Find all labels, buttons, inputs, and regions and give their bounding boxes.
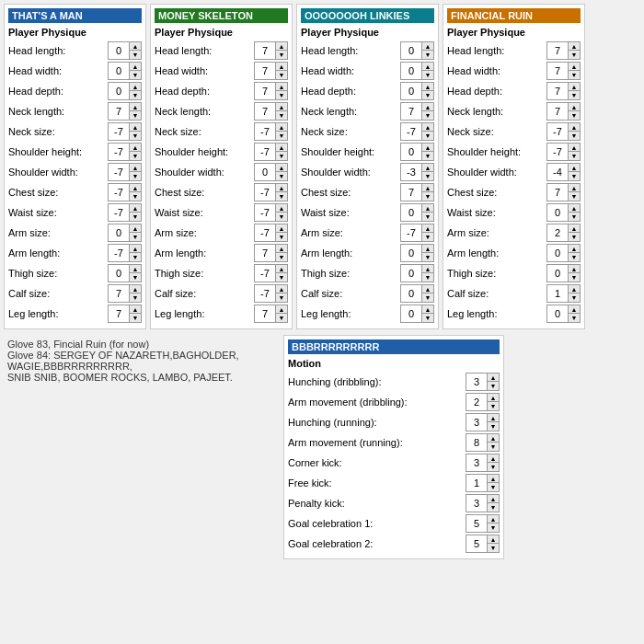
spinner-value[interactable] xyxy=(547,268,568,279)
spinner-down[interactable]: ▼ xyxy=(422,233,433,241)
spinner-down[interactable]: ▼ xyxy=(276,172,287,180)
spinner-down[interactable]: ▼ xyxy=(276,233,287,241)
spinner[interactable]: ▲▼ xyxy=(254,284,288,303)
spinner-up[interactable]: ▲ xyxy=(276,164,287,172)
spinner-value[interactable] xyxy=(255,65,275,76)
spinner-value[interactable] xyxy=(401,65,421,76)
spinner-value[interactable] xyxy=(109,308,129,319)
spinner-value[interactable] xyxy=(547,146,568,157)
spinner-down[interactable]: ▼ xyxy=(569,51,580,59)
spinner-down[interactable]: ▼ xyxy=(276,132,287,140)
spinner-up[interactable]: ▲ xyxy=(569,265,580,273)
spinner-value[interactable] xyxy=(109,187,129,198)
spinner[interactable]: ▲▼ xyxy=(400,305,434,323)
spinner[interactable]: ▲▼ xyxy=(254,122,288,141)
spinner-up[interactable]: ▲ xyxy=(276,83,287,91)
spinner-value[interactable] xyxy=(547,86,568,97)
spinner-up[interactable]: ▲ xyxy=(130,245,141,253)
spinner-down[interactable]: ▼ xyxy=(569,71,580,79)
spinner[interactable]: ▲▼ xyxy=(108,41,142,60)
spinner-value[interactable] xyxy=(109,106,129,117)
spinner[interactable]: ▲▼ xyxy=(400,244,434,262)
spinner[interactable]: ▲▼ xyxy=(400,163,434,181)
spinner-down[interactable]: ▼ xyxy=(130,192,141,201)
spinner-down[interactable]: ▼ xyxy=(569,213,580,221)
spinner[interactable]: ▲▼ xyxy=(254,224,288,242)
spinner-value[interactable] xyxy=(255,167,275,178)
spinner-up[interactable]: ▲ xyxy=(422,103,433,111)
spinner-down[interactable]: ▼ xyxy=(130,293,141,302)
spinner[interactable]: ▲▼ xyxy=(108,163,142,181)
spinner-down[interactable]: ▼ xyxy=(276,314,287,322)
spinner-value[interactable] xyxy=(547,207,568,218)
spinner-value[interactable] xyxy=(109,126,129,137)
spinner-up[interactable]: ▲ xyxy=(276,123,287,132)
spinner[interactable]: ▲▼ xyxy=(466,454,500,472)
spinner[interactable]: ▲▼ xyxy=(400,41,434,60)
spinner[interactable]: ▲▼ xyxy=(400,102,434,121)
spinner-up[interactable]: ▲ xyxy=(569,224,580,233)
spinner-down[interactable]: ▼ xyxy=(569,91,580,99)
spinner-up[interactable]: ▲ xyxy=(276,305,287,314)
spinner-value[interactable] xyxy=(401,86,421,97)
spinner[interactable]: ▲▼ xyxy=(254,62,288,80)
spinner[interactable]: ▲▼ xyxy=(108,143,142,161)
spinner[interactable]: ▲▼ xyxy=(466,535,500,553)
spinner-value[interactable] xyxy=(401,167,421,178)
spinner-value[interactable] xyxy=(401,146,421,157)
spinner-value[interactable] xyxy=(401,207,421,218)
spinner[interactable]: ▲▼ xyxy=(546,41,581,60)
spinner[interactable]: ▲▼ xyxy=(400,82,434,100)
spinner-up[interactable]: ▲ xyxy=(130,63,141,71)
spinner-up[interactable]: ▲ xyxy=(569,305,580,314)
spinner[interactable]: ▲▼ xyxy=(546,183,581,201)
spinner[interactable]: ▲▼ xyxy=(254,244,288,262)
spinner[interactable]: ▲▼ xyxy=(546,203,581,222)
spinner-up[interactable]: ▲ xyxy=(569,42,580,51)
spinner-value[interactable] xyxy=(109,167,129,178)
spinner-value[interactable] xyxy=(109,268,129,279)
spinner-down[interactable]: ▼ xyxy=(569,152,580,160)
spinner-down[interactable]: ▼ xyxy=(488,523,499,532)
spinner[interactable]: ▲▼ xyxy=(254,264,288,282)
spinner-up[interactable]: ▲ xyxy=(130,83,141,91)
spinner-down[interactable]: ▼ xyxy=(422,273,433,282)
spinner-down[interactable]: ▼ xyxy=(488,503,499,512)
spinner-up[interactable]: ▲ xyxy=(276,184,287,192)
spinner-up[interactable]: ▲ xyxy=(130,265,141,273)
spinner-down[interactable]: ▼ xyxy=(422,111,433,120)
spinner-down[interactable]: ▼ xyxy=(130,233,141,241)
spinner[interactable]: ▲▼ xyxy=(400,224,434,242)
spinner-value[interactable] xyxy=(255,247,275,259)
spinner-value[interactable] xyxy=(255,268,275,279)
spinner-up[interactable]: ▲ xyxy=(422,245,433,253)
spinner[interactable]: ▲▼ xyxy=(546,244,581,262)
spinner-value[interactable] xyxy=(401,227,421,238)
spinner-value[interactable] xyxy=(401,268,421,279)
spinner-down[interactable]: ▼ xyxy=(130,172,141,180)
spinner[interactable]: ▲▼ xyxy=(254,183,288,201)
spinner-down[interactable]: ▼ xyxy=(422,152,433,160)
spinner-up[interactable]: ▲ xyxy=(130,285,141,293)
spinner-value[interactable] xyxy=(466,457,487,468)
spinner-up[interactable]: ▲ xyxy=(569,144,580,152)
spinner[interactable]: ▲▼ xyxy=(546,122,581,141)
spinner[interactable]: ▲▼ xyxy=(254,41,288,60)
spinner-down[interactable]: ▼ xyxy=(488,382,499,390)
spinner-value[interactable] xyxy=(547,227,568,238)
spinner-down[interactable]: ▼ xyxy=(276,91,287,99)
spinner-up[interactable]: ▲ xyxy=(276,265,287,273)
spinner[interactable]: ▲▼ xyxy=(546,305,581,323)
spinner[interactable]: ▲▼ xyxy=(546,143,581,161)
spinner[interactable]: ▲▼ xyxy=(400,183,434,201)
spinner-value[interactable] xyxy=(547,126,568,137)
spinner-down[interactable]: ▼ xyxy=(276,192,287,201)
spinner-down[interactable]: ▼ xyxy=(130,213,141,221)
spinner-down[interactable]: ▼ xyxy=(276,273,287,282)
spinner[interactable]: ▲▼ xyxy=(254,305,288,323)
spinner[interactable]: ▲▼ xyxy=(546,62,581,80)
spinner-up[interactable]: ▲ xyxy=(130,103,141,111)
spinner-value[interactable] xyxy=(547,288,568,299)
spinner[interactable]: ▲▼ xyxy=(108,82,142,100)
spinner-value[interactable] xyxy=(466,397,487,408)
